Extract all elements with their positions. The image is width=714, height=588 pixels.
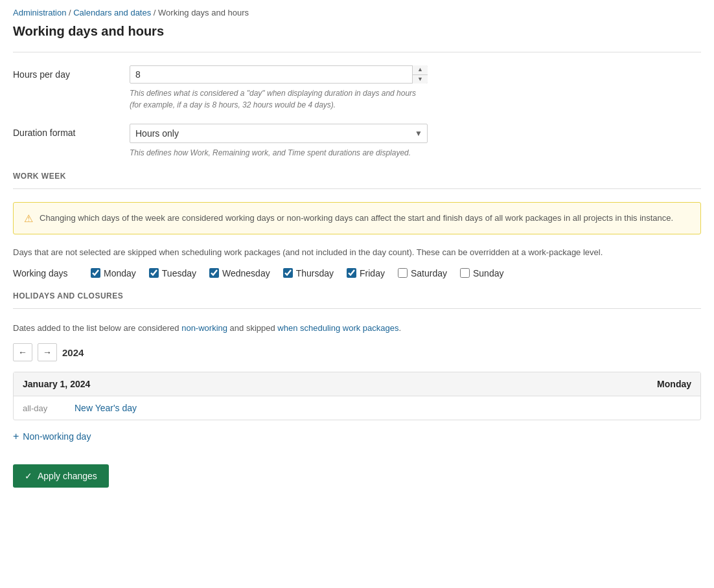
work-week-title: WORK WEEK [13, 172, 701, 181]
checkbox-saturday-label: Saturday [411, 268, 447, 278]
year-nav: ← → 2024 [13, 343, 701, 361]
spinner-up[interactable]: ▲ [413, 65, 428, 75]
checkbox-thursday-input[interactable] [283, 268, 293, 278]
hours-per-day-input-wrapper: ▲ ▼ [130, 65, 428, 84]
duration-format-select-wrapper: Hours only Days and Hours Days only ▼ [130, 124, 428, 143]
checkbox-monday-label: Monday [104, 268, 136, 278]
checkbox-thursday-label: Thursday [296, 268, 334, 278]
warning-text: Changing which days of the week are cons… [40, 212, 673, 225]
hours-per-day-label: Hours per day [13, 65, 130, 80]
next-year-button[interactable]: → [38, 343, 57, 361]
checkbox-friday-label: Friday [360, 268, 385, 278]
holiday-weekday: Monday [657, 379, 691, 389]
add-holiday-button[interactable]: + Non-working day [13, 428, 91, 445]
holidays-info: Dates added to the list below are consid… [13, 322, 701, 335]
year-label: 2024 [62, 347, 84, 358]
warning-icon: ⚠ [24, 212, 33, 225]
breadcrumb-calendars-link[interactable]: Calendars and dates [73, 8, 151, 17]
duration-format-row: Duration format Hours only Days and Hour… [13, 124, 701, 159]
working-days-row: Working days Monday Tuesday Wednesday Th… [13, 268, 701, 278]
title-divider [13, 52, 701, 52]
holiday-table: January 1, 2024 Monday all-day New Year'… [13, 372, 701, 420]
number-spinners: ▲ ▼ [412, 65, 428, 84]
holiday-name: New Year's day [75, 403, 137, 413]
breadcrumb-admin-link[interactable]: Administration [13, 8, 66, 17]
checkbox-wednesday[interactable]: Wednesday [209, 268, 270, 278]
checkbox-thursday[interactable]: Thursday [283, 268, 334, 278]
hours-per-day-help: This defines what is considered a "day" … [130, 87, 428, 111]
holiday-table-header: January 1, 2024 Monday [14, 372, 700, 396]
checkbox-friday[interactable]: Friday [347, 268, 385, 278]
duration-format-section: Duration format Hours only Days and Hour… [13, 124, 701, 159]
checkbox-wednesday-input[interactable] [209, 268, 219, 278]
hours-per-day-input[interactable] [130, 65, 428, 84]
spinner-down[interactable]: ▼ [413, 75, 428, 84]
checkbox-monday-input[interactable] [91, 268, 100, 278]
hours-per-day-section: Hours per day ▲ ▼ This defines what is c… [13, 65, 701, 111]
checkbox-saturday-input[interactable] [398, 268, 408, 278]
work-week-divider [13, 188, 701, 189]
working-days-label: Working days [13, 268, 91, 278]
apply-changes-button[interactable]: ✓ Apply changes [13, 464, 109, 488]
prev-year-button[interactable]: ← [13, 343, 32, 361]
duration-format-content: Hours only Days and Hours Days only ▼ Th… [130, 124, 701, 159]
work-week-info: Days that are not selected are skipped w… [13, 246, 701, 259]
breadcrumb: Administration / Calendars and dates / W… [13, 8, 701, 17]
checkbox-monday[interactable]: Monday [91, 268, 136, 278]
non-working-link[interactable]: non-working [181, 323, 227, 333]
checkbox-sunday-label: Sunday [473, 268, 503, 278]
apply-changes-label: Apply changes [38, 471, 97, 481]
breadcrumb-current: Working days and hours [158, 8, 249, 17]
holiday-type: all-day [23, 403, 62, 413]
hours-per-day-content: ▲ ▼ This defines what is considered a "d… [130, 65, 701, 111]
when-scheduling-link[interactable]: when scheduling work packages [277, 323, 398, 333]
checkbox-tuesday[interactable]: Tuesday [149, 268, 196, 278]
plus-icon: + [13, 431, 19, 442]
work-week-section: WORK WEEK ⚠ Changing which days of the w… [13, 172, 701, 278]
checkbox-wednesday-label: Wednesday [222, 268, 270, 278]
warning-box: ⚠ Changing which days of the week are co… [13, 202, 701, 234]
holiday-date: January 1, 2024 [23, 379, 90, 389]
page-title: Working days and hours [13, 24, 701, 39]
duration-format-label: Duration format [13, 124, 130, 138]
hours-per-day-row: Hours per day ▲ ▼ This defines what is c… [13, 65, 701, 111]
holidays-divider [13, 308, 701, 309]
checkbox-tuesday-label: Tuesday [162, 268, 196, 278]
holiday-row: all-day New Year's day [14, 396, 700, 420]
check-icon: ✓ [25, 471, 32, 481]
add-holiday-label: Non-working day [23, 431, 91, 442]
checkboxes-container: Monday Tuesday Wednesday Thursday Friday… [91, 268, 503, 278]
checkbox-sunday[interactable]: Sunday [460, 268, 503, 278]
checkbox-friday-input[interactable] [347, 268, 356, 278]
holidays-title: HOLIDAYS AND CLOSURES [13, 291, 701, 300]
checkbox-saturday[interactable]: Saturday [398, 268, 447, 278]
checkbox-tuesday-input[interactable] [149, 268, 159, 278]
duration-format-select[interactable]: Hours only Days and Hours Days only [130, 124, 428, 143]
checkbox-sunday-input[interactable] [460, 268, 470, 278]
duration-format-help: This defines how Work, Remaining work, a… [130, 147, 428, 159]
holidays-section: HOLIDAYS AND CLOSURES Dates added to the… [13, 291, 701, 446]
